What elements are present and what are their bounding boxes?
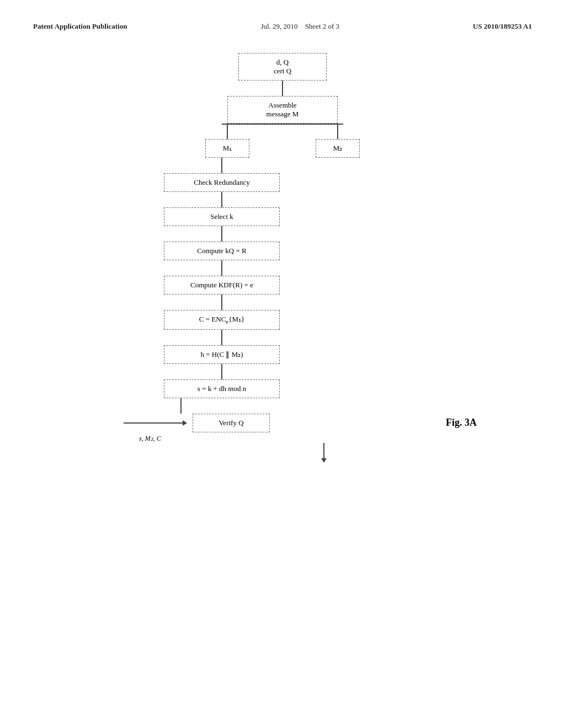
arrow-5 (221, 260, 222, 276)
box-verify-wrapper: Verify Q (193, 414, 270, 432)
header-left: Patent Application Publication (33, 22, 127, 31)
arrow-3 (221, 192, 222, 207)
arrow-verify-down (323, 443, 324, 458)
split-section: M₁ M₂ (167, 124, 398, 158)
arrow-2 (221, 158, 222, 173)
left-arrow-down (227, 124, 228, 139)
arrow-1 (282, 81, 283, 96)
send-section: Verify Q s, M₂, C (122, 398, 443, 458)
box-dq: d, Q cert Q (238, 53, 327, 81)
arrow-6 (221, 295, 222, 310)
arrow-4 (221, 226, 222, 242)
box-verify: Verify Q (193, 414, 270, 432)
fig-label: Fig. 3A (446, 417, 477, 429)
horizontal-send: Verify Q (122, 414, 443, 432)
arrow-8 (221, 364, 222, 379)
right-branch: M₂ (316, 124, 360, 158)
patent-page: Patent Application Publication Jul. 29, … (0, 0, 565, 728)
box-hash: h = H(C ‖ M₂) (164, 345, 280, 364)
header-center: Jul. 29, 2010 Sheet 2 of 3 (260, 22, 339, 31)
box-enc: C = ENCe{M₁} (164, 310, 280, 330)
box-dq-label: d, Q cert Q (238, 53, 327, 81)
arrow-9 (180, 398, 182, 414)
arrow-right-head (183, 420, 187, 426)
box-check-redundancy: Check Redundancy (164, 173, 280, 192)
header-right: US 2010/189253 A1 (473, 22, 532, 31)
right-line-down (337, 124, 338, 139)
box-m2: M₂ (316, 139, 360, 158)
box-compute-kq: Compute kQ = R (164, 242, 280, 260)
box-select-k: Select k (164, 207, 280, 226)
box-sign: s = k + dh mod n (164, 379, 280, 398)
split-horizontal (222, 124, 343, 125)
arrow-7 (221, 330, 222, 345)
box-assemble: Assemble message M (227, 96, 338, 124)
box-compute-kdf: Compute KDF(R) = e (164, 276, 280, 295)
left-branch: M₁ (205, 124, 249, 158)
send-label: s, M₂, C (139, 435, 161, 443)
box-m1: M₁ (205, 139, 249, 158)
horiz-left (124, 422, 183, 424)
page-header: Patent Application Publication Jul. 29, … (33, 22, 532, 31)
split-row: M₁ M₂ (167, 124, 398, 158)
